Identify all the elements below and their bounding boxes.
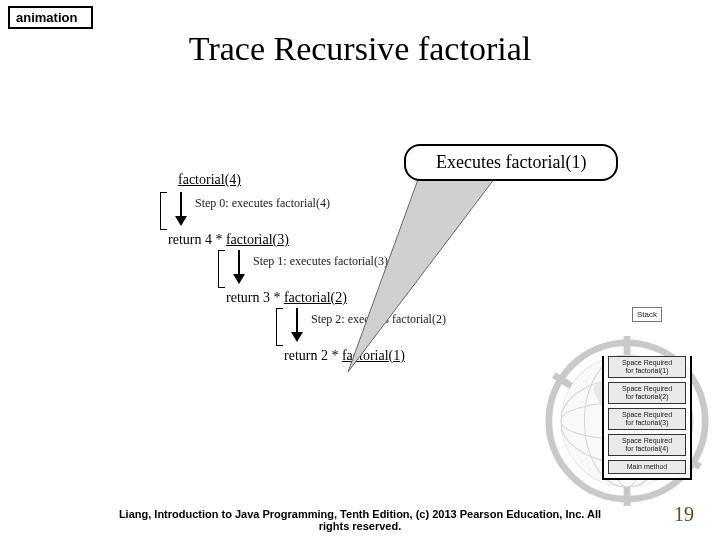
stack-frame: Space Required for factorial(4) (608, 434, 686, 456)
stack-frame: Space Required for factorial(1) (608, 356, 686, 378)
arrow-down-icon (283, 306, 311, 342)
return-prefix: return 3 * (226, 290, 284, 305)
page-number: 19 (674, 503, 694, 526)
frame-line: for factorial(3) (611, 419, 683, 427)
svg-marker-14 (233, 274, 245, 284)
bracket-icon (276, 308, 283, 346)
callout-bubble: Executes factorial(1) (404, 144, 618, 181)
return-call: factorial(3) (226, 232, 289, 247)
stack-frame: Space Required for factorial(3) (608, 408, 686, 430)
stack-area: Stack Space Required for factorial(1) Sp… (592, 307, 702, 480)
step-label: Step 2: executes factorial(2) (311, 312, 446, 327)
stack-title: Stack (632, 307, 662, 322)
callout-text: Executes factorial(1) (436, 152, 586, 172)
frame-line: for factorial(1) (611, 367, 683, 375)
animation-tag-label: animation (16, 10, 77, 25)
step-label: Step 1: executes factorial(3) (253, 254, 388, 269)
footer-line2: rights reserved. (319, 520, 402, 532)
return-line: return 4 * factorial(3) (168, 232, 480, 248)
page-title: Trace Recursive factorial (0, 30, 720, 68)
svg-marker-12 (175, 216, 187, 226)
footer-line1: Liang, Introduction to Java Programming,… (119, 508, 601, 520)
step-row: Step 2: executes factorial(2) (276, 306, 480, 346)
svg-marker-16 (291, 332, 303, 342)
frame-line: Space Required (611, 437, 683, 445)
step-row: Step 1: executes factorial(3) (218, 248, 480, 288)
step-row: Step 0: executes factorial(4) (160, 190, 480, 230)
top-call-text: factorial(4) (178, 172, 241, 187)
footer: Liang, Introduction to Java Programming,… (0, 508, 720, 532)
recursion-diagram: factorial(4) Step 0: executes factorial(… (160, 172, 480, 364)
return-line: return 2 * factorial(1) (284, 348, 480, 364)
frame-line: Main method (611, 463, 683, 471)
return-call: factorial(1) (342, 348, 405, 363)
arrow-down-icon (167, 190, 195, 226)
frame-line: for factorial(2) (611, 393, 683, 401)
animation-tag: animation (8, 6, 93, 29)
stack-frame: Space Required for factorial(2) (608, 382, 686, 404)
stack-column: Space Required for factorial(1) Space Re… (602, 356, 692, 480)
frame-line: Space Required (611, 385, 683, 393)
arrow-down-icon (225, 248, 253, 284)
bracket-icon (160, 192, 167, 230)
bracket-icon (218, 250, 225, 288)
return-line: return 3 * factorial(2) (226, 290, 480, 306)
frame-line: for factorial(4) (611, 445, 683, 453)
frame-line: Space Required (611, 359, 683, 367)
return-prefix: return 2 * (284, 348, 342, 363)
step-label: Step 0: executes factorial(4) (195, 196, 330, 211)
return-prefix: return 4 * (168, 232, 226, 247)
stack-frame: Main method (608, 460, 686, 474)
return-call: factorial(2) (284, 290, 347, 305)
frame-line: Space Required (611, 411, 683, 419)
